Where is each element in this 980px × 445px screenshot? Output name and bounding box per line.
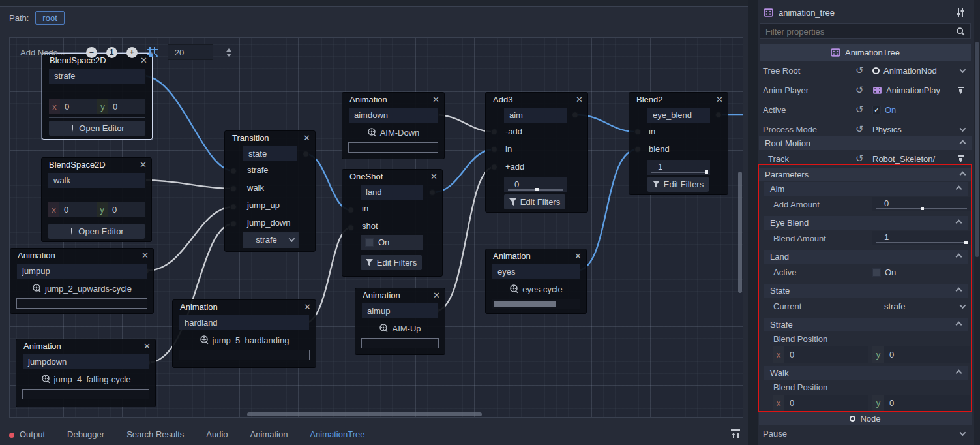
tab-animation[interactable]: Animation [250,429,288,439]
node-animation-aimdown[interactable]: Animation ✕ aimdown AIM-Down [342,92,445,159]
node-blendspace2d-walk[interactable]: BlendSpace2D ✕ walk x 0 y 0 Open Editor [41,157,152,242]
edit-path-icon[interactable] [957,155,965,163]
inspector-tools-icon[interactable] [956,8,965,18]
add-node-button[interactable]: Add Node... [20,48,65,57]
node-name-field[interactable]: land [361,185,423,200]
open-editor-button[interactable]: Open Editor [48,224,145,239]
node-animation-hardland[interactable]: Animation ✕ hardland jump_5_hardlanding [172,299,316,368]
checkbox-unchecked[interactable] [365,238,374,247]
transition-state-dropdown[interactable]: strafe [243,232,299,248]
x-value[interactable]: 0 [784,395,868,411]
close-icon[interactable]: ✕ [432,95,439,104]
close-icon[interactable]: ✕ [433,291,440,299]
zoom-in-button[interactable]: + [126,47,138,58]
oneshot-active-toggle[interactable]: On [361,235,423,250]
x-value[interactable]: 0 [59,202,97,217]
snap-amount-spinbox[interactable]: 20 [168,44,213,60]
tab-audio[interactable]: Audio [206,429,228,439]
edit-path-icon[interactable] [957,86,965,95]
property-anim-player[interactable]: Anim Player ↺ AnimationPlay [759,80,972,100]
node-name-field[interactable]: eye_blend [647,108,710,123]
close-icon[interactable]: ✕ [304,303,311,311]
close-icon[interactable]: ✕ [576,95,583,104]
property-state-current[interactable]: Current strafe [759,298,972,315]
zoom-out-button[interactable]: − [86,47,97,58]
property-tree-root[interactable]: Tree Root ↺ AnimationNod [759,61,972,80]
property-active[interactable]: Active ↺ ✓On [759,100,972,119]
blend-tree-graph[interactable]: Add Node... − 1 + 20 [9,37,743,418]
node-name-field[interactable]: strafe [49,69,145,84]
close-icon[interactable]: ✕ [140,161,147,169]
tab-output[interactable]: Output [9,429,45,439]
revert-icon[interactable]: ↺ [855,123,864,135]
add-amount-slider[interactable]: 0 [504,177,567,192]
node-add3-aim[interactable]: Add3 ✕ aim -add in +add 0 Edit Filters [485,92,588,213]
node-animation-aimup[interactable]: Animation ✕ aimup AIM-Up [355,288,445,355]
section-node[interactable]: Node [759,412,972,425]
revert-icon[interactable]: ↺ [855,104,864,115]
graph-vscrollbar[interactable] [738,172,742,293]
node-name-field[interactable]: aim [504,108,567,123]
checkbox-unchecked[interactable] [872,268,881,277]
tab-search-results[interactable]: Search Results [126,429,184,439]
y-value[interactable]: 0 [884,346,970,363]
tab-animation-tree[interactable]: AnimationTree [310,429,364,439]
property-eye-blend-amount[interactable]: Blend Amount 1 [759,230,972,247]
y-value[interactable]: 0 [108,99,145,114]
node-blend2-eye-blend[interactable]: Blend2 ✕ eye_blend in blend 1 Edit Filte… [629,92,728,195]
open-editor-button[interactable]: Open Editor [49,121,145,136]
close-icon[interactable]: ✕ [143,342,151,350]
y-value[interactable]: 0 [884,395,970,411]
path-root-button[interactable]: root [35,11,64,25]
node-animation-jumpdown[interactable]: Animation ✕ jumpdown jump_4_falling-cycl… [16,339,156,407]
revert-icon[interactable]: ↺ [855,65,864,76]
property-aim-add-amount[interactable]: Add Amount 0 [759,196,972,213]
x-value[interactable]: 0 [60,99,97,114]
node-oneshot-land[interactable]: OneShot ✕ land in shot On Edit Filters [342,169,443,277]
section-walk[interactable]: Walk [764,366,968,380]
node-name-field[interactable]: aimup [362,303,438,318]
node-name-field[interactable]: hardland [179,315,309,330]
section-eye-blend[interactable]: Eye Blend [764,216,968,230]
node-transition[interactable]: Transition ✕ state strafe walk jump_up j… [224,130,316,252]
section-strafe[interactable]: Strafe [764,318,968,331]
x-value[interactable]: 0 [784,346,868,363]
inspector-scrollbar[interactable] [974,0,980,445]
blend-amount-slider[interactable]: 1 [647,160,710,175]
node-name-field[interactable]: jumpup [17,264,147,279]
node-name-field[interactable]: jumpdown [23,354,149,369]
expand-bottom-panel-icon[interactable] [730,429,741,439]
revert-icon[interactable]: ↺ [855,153,864,164]
checkbox-checked[interactable]: ✓ [872,106,881,114]
edit-filters-button[interactable]: Edit Filters [504,194,565,209]
node-name-field[interactable]: state [243,146,297,161]
node-name-field[interactable]: eyes [492,264,580,279]
edit-filters-button[interactable]: Edit Filters [361,255,422,270]
class-header-animation-tree[interactable]: AnimationTree [760,44,971,61]
section-aim[interactable]: Aim [764,182,968,196]
property-root-motion-track[interactable]: Track ↺ Robot_Skeleton/ [759,150,972,167]
filter-properties-box[interactable] [760,23,971,39]
close-icon[interactable]: ✕ [574,252,582,260]
node-animation-eyes[interactable]: Animation ✕ eyes eyes-cycle [485,249,587,314]
section-pause[interactable]: Pause [759,425,972,441]
section-state[interactable]: State [764,284,968,298]
node-name-field[interactable]: aimdown [349,108,438,123]
close-icon[interactable]: ✕ [141,251,149,260]
blend-amount-spin-slider[interactable]: 1 [872,231,971,245]
filter-properties-input[interactable] [765,27,957,37]
section-root-motion[interactable]: Root Motion [759,136,972,150]
add-amount-spin-slider[interactable]: 0 [872,197,971,211]
zoom-reset-button[interactable]: 1 [106,47,117,58]
property-land-active[interactable]: Active On [759,264,972,281]
chevron-down-icon[interactable] [960,67,966,73]
edit-filters-button[interactable]: Edit Filters [647,177,709,192]
close-icon[interactable]: ✕ [716,95,723,104]
chevron-down-icon[interactable] [960,125,966,132]
node-animation-jumpup[interactable]: Animation ✕ jumpup jump_2_upwards-cycle [10,248,154,314]
section-parameters[interactable]: Parameters [759,168,972,181]
spinbox-arrows[interactable] [226,48,231,57]
close-icon[interactable]: ✕ [303,134,310,142]
graph-hscrollbar[interactable] [247,412,482,416]
tab-debugger[interactable]: Debugger [67,429,104,439]
